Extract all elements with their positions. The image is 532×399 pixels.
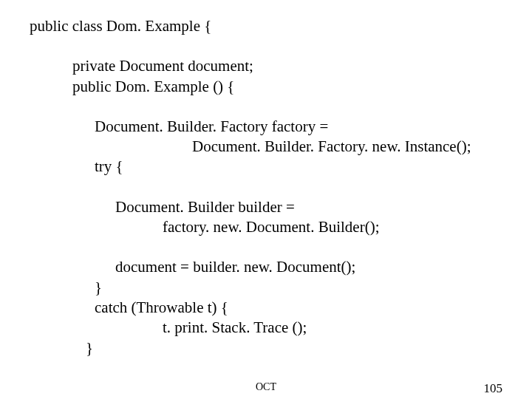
page-number: 105 (484, 381, 503, 396)
code-line: try { (0, 157, 532, 177)
code-line: } (0, 338, 532, 358)
code-line: document = builder. new. Document(); (0, 257, 532, 277)
code-line: } (0, 278, 532, 298)
code-line: private Document document; (0, 56, 532, 76)
code-line: public class Dom. Example { (0, 16, 532, 36)
code-line: Document. Builder. Factory factory = (0, 117, 532, 137)
code-block: public class Dom. Example { private Docu… (0, 0, 532, 358)
code-line: public Dom. Example () { (0, 77, 532, 97)
code-line: catch (Throwable t) { (0, 298, 532, 318)
code-line: factory. new. Document. Builder(); (0, 217, 532, 237)
code-line: t. print. Stack. Trace (); (0, 318, 532, 338)
code-line: Document. Builder builder = (0, 197, 532, 217)
footer-label: OCT (256, 381, 276, 393)
code-line: Document. Builder. Factory. new. Instanc… (0, 137, 532, 157)
